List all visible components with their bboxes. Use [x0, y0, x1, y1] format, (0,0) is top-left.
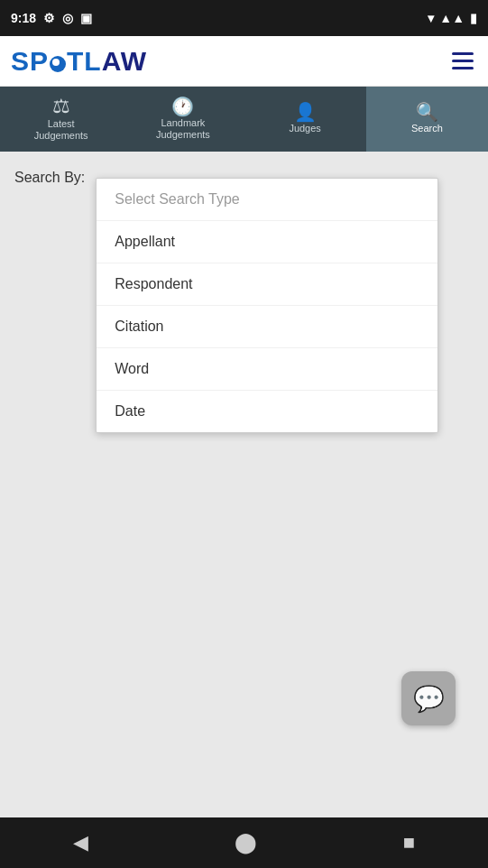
logo: SPTLAW [11, 46, 147, 77]
wifi-icon: ▾ [428, 11, 434, 25]
bottom-nav: ◀ ⬤ ■ [0, 817, 488, 868]
back-button[interactable]: ◀ [73, 831, 88, 854]
tab-judges[interactable]: 👤 Judges [244, 87, 366, 152]
chat-fab-button[interactable]: 💬 [401, 671, 456, 725]
judge-icon: 👤 [294, 103, 317, 121]
status-left: 9:18 ⚙ ◎ ▣ [11, 11, 92, 25]
tab-landmark-label: LandmarkJudgements [156, 117, 210, 141]
home-icon: ⬤ [235, 831, 257, 854]
tab-search-label: Search [411, 123, 443, 134]
clock-icon: 🕐 [171, 97, 194, 115]
tab-landmark-judgements[interactable]: 🕐 LandmarkJudgements [122, 87, 244, 152]
recents-icon: ■ [403, 831, 415, 854]
logo-o [50, 56, 66, 72]
tab-latest-judgements[interactable]: ⚖ LatestJudgements [0, 87, 122, 152]
menu-button[interactable] [448, 49, 477, 73]
app-header: SPTLAW [0, 36, 488, 87]
search-type-dropdown[interactable]: Select Search Type Appellant Respondent … [96, 178, 438, 433]
dropdown-placeholder[interactable]: Select Search Type [97, 179, 437, 221]
search-by-label: Search By: [14, 170, 85, 186]
main-content: Search By: Select Search Type Appellant … [0, 152, 488, 771]
logo-t: TL [67, 46, 102, 76]
status-time: 9:18 [11, 11, 36, 25]
logo-spot: SP [11, 46, 49, 76]
recents-button[interactable]: ■ [403, 831, 415, 854]
status-bar: 9:18 ⚙ ◎ ▣ ▾ ▲▲ ▮ [0, 0, 488, 36]
scales-icon: ⚖ [52, 97, 70, 116]
hamburger-line-1 [452, 52, 474, 55]
dropdown-option-word[interactable]: Word [97, 348, 437, 391]
hamburger-line-2 [452, 60, 474, 62]
search-row: Search By: Select Search Type Appellant … [14, 170, 474, 186]
logo-law: AW [102, 46, 147, 76]
dropdown-option-appellant[interactable]: Appellant [97, 221, 437, 263]
signal-icon: ▲▲ [439, 11, 465, 25]
sim-icon: ▣ [80, 11, 92, 25]
back-icon: ◀ [73, 831, 88, 854]
tab-judges-label: Judges [289, 123, 320, 134]
dropdown-option-citation[interactable]: Citation [97, 306, 437, 348]
nav-tabs: ⚖ LatestJudgements 🕐 LandmarkJudgements … [0, 87, 488, 152]
status-right: ▾ ▲▲ ▮ [428, 11, 477, 25]
target-icon: ◎ [62, 11, 73, 25]
home-button[interactable]: ⬤ [235, 831, 257, 854]
search-icon: 🔍 [416, 103, 438, 121]
chat-icon: 💬 [413, 684, 445, 714]
tab-search[interactable]: 🔍 Search [366, 87, 488, 152]
hamburger-line-3 [452, 67, 474, 69]
logo-text: SPTLAW [11, 46, 147, 77]
tab-latest-label: LatestJudgements [34, 118, 88, 142]
dropdown-option-respondent[interactable]: Respondent [97, 263, 437, 306]
battery-icon: ▮ [470, 11, 477, 25]
settings-icon: ⚙ [43, 11, 55, 25]
dropdown-option-date[interactable]: Date [97, 391, 437, 432]
